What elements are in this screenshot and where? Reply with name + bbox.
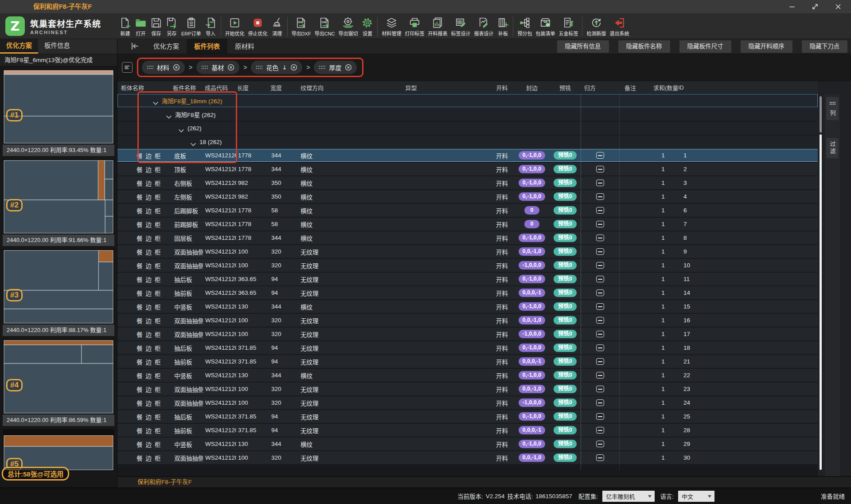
table-row[interactable]: 餐边柜 固层板 WS2412120... 1778 344 横纹 开料 0,-1… — [117, 231, 818, 244]
premill-badge[interactable]: 预铣0 — [554, 192, 577, 201]
table-row[interactable]: 餐边柜 中竖板 WS2412120... 130 344 横纹 开料 0,-1,… — [117, 300, 818, 313]
filter-chip[interactable]: 基材 ↓ — [196, 61, 239, 74]
table-row[interactable]: 餐边柜 底板 WS2412120... 1778 344 横纹 开料 0,-1,… — [117, 149, 818, 162]
collapse-sidebar-icon[interactable] — [130, 41, 141, 52]
edge-banding-badge[interactable]: 0,-1,0,0 — [519, 412, 545, 421]
edge-banding-badge[interactable]: 0,-1,0,0 — [519, 151, 545, 160]
square-minus-icon[interactable] — [596, 372, 604, 379]
premill-badge[interactable]: 预铣0 — [554, 316, 577, 325]
premill-badge[interactable]: 预铣0 — [554, 426, 577, 435]
toolbar-button[interactable]: XML 导入 — [203, 17, 219, 37]
toolbar-button[interactable]: 另存 — [164, 17, 180, 37]
toolbar-button[interactable]: 设置 — [359, 17, 375, 37]
premill-badge[interactable]: 预铣0 — [554, 151, 577, 160]
table-row[interactable]: 餐边柜 双面抽抽侧... WS2412120... 100 320 无纹理 开料… — [117, 245, 818, 258]
premill-badge[interactable]: 预铣0 — [554, 234, 577, 242]
table-row[interactable]: 餐边柜 抽前板 WS2412120... 371.85 94 无纹理 开料 0,… — [117, 355, 818, 368]
edge-banding-badge[interactable]: 0,-1,0,0 — [519, 440, 545, 449]
sort-desc-icon[interactable]: ↓ — [282, 64, 287, 71]
edge-banding-badge[interactable]: 0,-1,0,0 — [519, 234, 545, 242]
column-header[interactable]: 归方 — [581, 83, 619, 92]
square-minus-icon[interactable] — [596, 221, 604, 227]
column-header[interactable]: 开料 — [490, 83, 514, 92]
filter-chip[interactable]: 花色 ↓ — [251, 61, 302, 74]
square-minus-icon[interactable] — [596, 234, 604, 241]
edge-banding-badge[interactable]: -1,0,0,0 — [519, 330, 545, 339]
table-row[interactable]: 餐边柜 双面抽抽侧... WS2412120... 100 320 无纹理 开料… — [117, 259, 818, 272]
scrollbar-thumb[interactable] — [820, 134, 822, 470]
premill-badge[interactable]: 预铣0 — [554, 344, 577, 352]
drag-grip-icon[interactable] — [147, 65, 153, 70]
cutting-layout-preview[interactable] — [3, 159, 114, 234]
edge-banding-badge[interactable]: 0,0,-1,0 — [519, 247, 545, 256]
toolbar-button[interactable]: 报表设计 — [472, 17, 495, 37]
drag-grip-icon[interactable] — [201, 65, 208, 70]
toolbar-button[interactable]: 预分包 — [515, 17, 534, 37]
table-row[interactable]: 餐边柜 顶板 WS2412120... 1778 344 横纹 开料 0,-1,… — [117, 163, 818, 176]
edge-banding-badge[interactable]: 0,0,-1,0 — [519, 316, 545, 325]
premill-badge[interactable]: 预铣0 — [554, 357, 577, 366]
toolbar-button[interactable]: ERP订单 — [180, 17, 203, 37]
premill-badge[interactable]: 预铣0 — [554, 179, 577, 188]
edge-banding-badge[interactable]: 0,-1,0,0 — [519, 371, 545, 380]
square-minus-icon[interactable] — [596, 276, 604, 282]
column-header[interactable]: 预铣 — [550, 83, 581, 92]
square-minus-icon[interactable] — [596, 441, 604, 447]
edge-banding-badge[interactable]: -1,0,0,0 — [519, 261, 545, 270]
premill-badge[interactable]: 预铣0 — [554, 165, 577, 174]
column-header[interactable]: 长度 — [236, 83, 270, 92]
premill-badge[interactable]: 预铣0 — [554, 220, 577, 229]
filter-side-tab[interactable]: 过滤 — [826, 138, 839, 158]
hide-toggle-button[interactable]: 隐藏所有信息 — [557, 40, 609, 53]
chevron-down-icon[interactable] — [153, 99, 158, 102]
edge-banding-badge[interactable]: 0 — [524, 206, 539, 215]
premill-badge[interactable]: 预铣0 — [554, 261, 577, 270]
table-row[interactable]: 餐边柜 中竖板 WS2412120... 130 344 横纹 开料 0,-1,… — [117, 438, 818, 450]
square-minus-icon[interactable] — [596, 262, 604, 269]
bottom-file-tab[interactable]: 保利和府F8-子午灰F — [117, 476, 851, 488]
language-select[interactable]: 中文 — [678, 491, 714, 502]
square-minus-icon[interactable] — [596, 386, 604, 392]
toolbar-button[interactable]: 保存 — [148, 17, 164, 37]
column-header[interactable]: 备注 — [619, 83, 648, 92]
minimize-button[interactable] — [786, 1, 798, 12]
table-row[interactable]: 餐边柜 抽后板 WS2412120... 371.85 94 无纹理 开料 0,… — [117, 341, 818, 354]
edge-banding-badge[interactable]: 0,0,0,-1 — [519, 426, 545, 435]
cutting-layout-preview[interactable] — [3, 69, 114, 145]
column-header[interactable]: 成品代码 — [203, 83, 236, 92]
toolbar-button[interactable]: 五金标签 — [557, 17, 580, 37]
premill-badge[interactable]: 预铣0 — [554, 399, 577, 407]
toolbar-button[interactable]: 清理 — [269, 17, 285, 37]
edge-banding-badge[interactable]: 0,0,-1,0 — [519, 453, 545, 462]
edge-banding-badge[interactable]: 0,-1,0,0 — [519, 179, 545, 188]
toolbar-button[interactable]: 标签设计 — [449, 17, 472, 37]
edge-banding-badge[interactable]: 0,-1,0,0 — [519, 302, 545, 311]
table-row[interactable]: 餐边柜 左侧板 WS2412120... 982 350 横纹 开料 0,-1,… — [117, 190, 818, 203]
table-row[interactable]: 餐边柜 抽后板 WS2412120... 363.65 94 无纹理 开料 0,… — [117, 273, 818, 285]
edge-banding-badge[interactable]: 0,-1,0,0 — [519, 275, 545, 284]
vertical-scrollbar[interactable] — [819, 94, 823, 470]
table-row[interactable]: 餐边柜 前踢脚板 WS2412120... 1778 58 横纹 开料 0 — [117, 218, 818, 231]
column-header[interactable]: 柜体名称 — [117, 83, 171, 92]
toolbar-button[interactable]: 补板 — [495, 17, 511, 37]
square-minus-icon[interactable] — [596, 166, 604, 172]
edge-banding-badge[interactable]: 0,0,-1,0 — [519, 385, 545, 394]
column-header[interactable]: 异型 — [332, 83, 490, 92]
table-row[interactable]: 餐边柜 双面抽抽侧... WS2412120... 100 320 无纹理 开料… — [117, 328, 818, 340]
column-header[interactable]: 宽度 — [270, 83, 301, 92]
premill-badge[interactable]: 预铣0 — [554, 247, 577, 256]
toolbar-button[interactable]: DXF 导出DXF — [290, 17, 313, 37]
tree-row[interactable]: 18 (262) — [117, 135, 818, 149]
toolbar-button[interactable]: 材料管理 — [380, 17, 403, 37]
table-row[interactable]: 餐边柜 后踢脚板 WS2412120... 1778 58 横纹 开料 0 — [117, 204, 818, 217]
premill-badge[interactable]: 预铣0 — [554, 206, 577, 215]
toolbar-button[interactable]: 打开 — [133, 17, 148, 37]
toolbar-button[interactable]: 退出系统 — [608, 17, 631, 37]
cutting-layout-preview[interactable] — [3, 339, 114, 414]
square-minus-icon[interactable] — [596, 289, 604, 296]
main-tab[interactable]: 原材料 — [227, 39, 262, 54]
table-row[interactable]: 餐边柜 双面抽抽侧... WS2412120... 100 320 无纹理 开料… — [117, 451, 818, 464]
layout-panel[interactable]: #1 2440.0×1220.00 利用率:93.45% 数量:1 — [3, 69, 114, 156]
tree-row[interactable]: 海旭F8星 (262) — [117, 108, 818, 121]
scrollbar-thumb-secondary[interactable] — [820, 96, 822, 133]
